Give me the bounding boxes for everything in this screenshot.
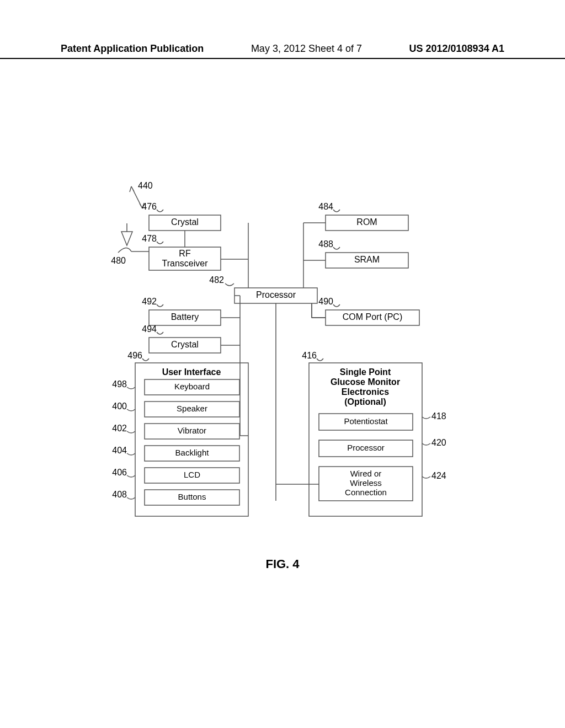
header-mid: May 3, 2012 Sheet 4 of 7 (251, 43, 362, 55)
ref-440: 440 (138, 181, 153, 190)
label-battery: Battery (171, 312, 199, 322)
leader-496 (142, 358, 149, 361)
leader-482 (225, 283, 234, 286)
ref-418: 418 (431, 411, 446, 421)
leader-406 (127, 475, 135, 477)
ref-490: 490 (318, 297, 333, 306)
page-header: Patent Application Publication May 3, 20… (0, 43, 565, 59)
label-keyboard: Keyboard (174, 382, 210, 391)
header-right: US 2012/0108934 A1 (409, 43, 504, 55)
leader-478 (157, 242, 163, 244)
ref-480: 480 (111, 256, 126, 265)
leader-418 (422, 417, 430, 419)
ref-420: 420 (431, 438, 446, 447)
leader-494 (157, 332, 163, 334)
leader-490 (333, 304, 340, 307)
leader-408 (127, 497, 135, 499)
label-wwc3: Connection (345, 488, 387, 497)
label-buttons: Buttons (178, 492, 206, 501)
leader-404 (127, 453, 135, 455)
ref-494: 494 (142, 324, 157, 334)
label-rf2: Transceiver (162, 259, 209, 268)
ref-482: 482 (209, 275, 224, 285)
label-wwc1: Wired or (350, 469, 382, 478)
block-diagram: 440 480 Crystal 476 RF Transceiver 478 R… (105, 182, 452, 540)
leader-484 (333, 210, 340, 212)
label-sram: SRAM (354, 255, 380, 264)
label-crystal-lower: Crystal (171, 340, 199, 349)
label-rf1: RF (179, 249, 191, 258)
leader-402 (127, 431, 135, 433)
leader-492 (157, 304, 163, 307)
title-spgm2: Glucose Monitor (331, 377, 400, 387)
label-backlight: Backlight (175, 448, 210, 457)
figure-caption: FIG. 4 (0, 557, 565, 571)
label-vibrator: Vibrator (178, 426, 206, 435)
ref-476: 476 (142, 202, 157, 211)
ref-408: 408 (112, 490, 127, 499)
label-proc2: Processor (347, 443, 385, 452)
label-speaker: Speaker (177, 404, 207, 413)
label-processor: Processor (256, 290, 296, 299)
title-spgm3: Electronics (342, 387, 389, 397)
label-crystal-top: Crystal (171, 217, 199, 227)
label-wwc2: Wireless (350, 478, 382, 488)
ref-492: 492 (142, 297, 157, 306)
label-lcd: LCD (184, 470, 200, 479)
label-potentiostat: Potentiostat (344, 416, 388, 426)
leader-400 (127, 409, 135, 411)
ref-498: 498 (112, 379, 127, 389)
ref-488: 488 (318, 239, 333, 249)
ref-402: 402 (112, 424, 127, 433)
title-spgm4: (Optional) (344, 397, 386, 406)
antenna-icon: 480 (111, 223, 132, 265)
leader-420 (422, 443, 430, 445)
leader-476 (157, 210, 163, 212)
label-comport: COM Port (PC) (343, 312, 402, 322)
header-left: Patent Application Publication (61, 43, 204, 55)
ref-416: 416 (302, 351, 317, 360)
leader-424 (422, 477, 430, 478)
ref-484: 484 (318, 202, 333, 211)
title-spgm1: Single Point (340, 367, 391, 377)
ref-496: 496 (127, 351, 142, 360)
leader-416 (317, 358, 323, 361)
ref-404: 404 (112, 446, 127, 455)
ref-424: 424 (431, 471, 446, 480)
title-user-interface: User Interface (162, 367, 221, 377)
ref-478: 478 (142, 234, 157, 243)
ref-400: 400 (112, 402, 127, 411)
leader-498 (127, 387, 135, 389)
ref-406: 406 (112, 468, 127, 477)
label-rom: ROM (356, 217, 377, 227)
leader-488 (333, 247, 340, 249)
